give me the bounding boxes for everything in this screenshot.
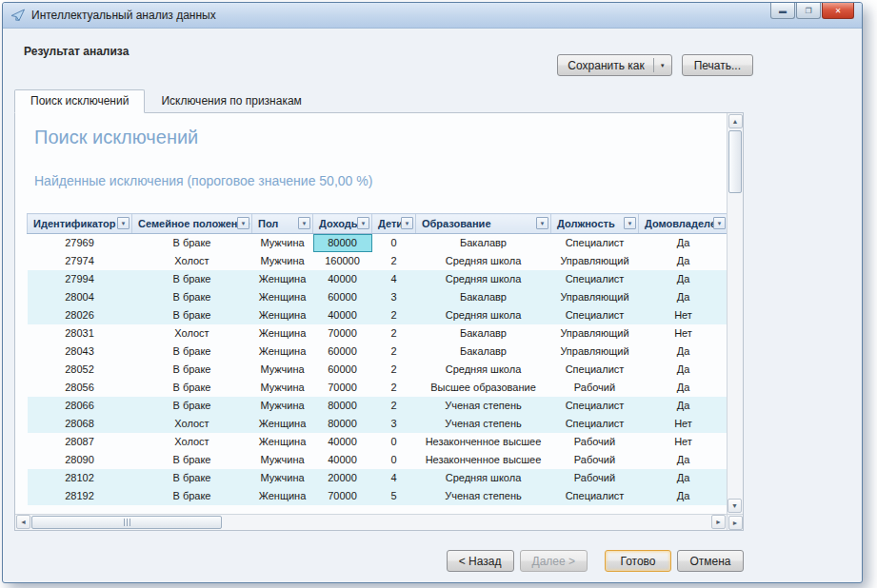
table-cell[interactable]: 28052 bbox=[28, 361, 132, 379]
exception-cell[interactable]: 5 bbox=[372, 487, 416, 505]
table-cell[interactable]: 2 bbox=[372, 379, 416, 397]
table-cell[interactable]: Мужчина bbox=[252, 451, 313, 469]
table-cell[interactable]: Незаконченное высшее bbox=[416, 433, 551, 451]
filter-dropdown-button[interactable]: ▼ bbox=[713, 217, 726, 229]
table-cell[interactable]: В браке bbox=[132, 306, 252, 324]
table-cell[interactable]: Женщина bbox=[252, 270, 313, 288]
table-cell[interactable]: Мужчина bbox=[252, 252, 313, 270]
exception-cell[interactable]: 20000 bbox=[313, 469, 372, 487]
table-cell[interactable]: Женщина bbox=[252, 324, 313, 343]
table-cell[interactable]: В браке bbox=[132, 451, 252, 469]
table-cell[interactable]: Управляющий bbox=[551, 252, 639, 270]
table-row[interactable]: 28056В бракеМужчина700002Высшее образова… bbox=[28, 379, 728, 397]
table-cell[interactable]: Нет bbox=[639, 433, 728, 451]
table-cell[interactable]: Да bbox=[639, 252, 728, 270]
back-button[interactable]: < Назад bbox=[447, 550, 514, 572]
table-cell[interactable]: Специалист bbox=[551, 487, 639, 505]
table-cell[interactable]: Холост bbox=[132, 433, 252, 451]
exception-cell[interactable]: 4 bbox=[372, 270, 416, 288]
table-cell[interactable]: Женщина bbox=[252, 306, 313, 324]
table-cell[interactable]: 60000 bbox=[313, 343, 372, 361]
tab-exceptions-by-attribute[interactable]: Исключения по признакам bbox=[145, 89, 317, 113]
table-cell[interactable]: 60000 bbox=[313, 288, 372, 306]
cancel-button[interactable]: Отмена bbox=[677, 550, 744, 572]
table-cell[interactable]: Бакалавр bbox=[416, 324, 551, 343]
table-cell[interactable]: Ученая степень bbox=[416, 415, 551, 433]
table-cell[interactable]: 28043 bbox=[28, 343, 132, 361]
table-cell[interactable]: Рабочий bbox=[551, 469, 639, 487]
table-cell[interactable]: Специалист bbox=[551, 361, 639, 379]
table-cell[interactable]: Женщина bbox=[252, 288, 313, 306]
table-cell[interactable]: 28026 bbox=[28, 306, 132, 324]
table-cell[interactable]: В браке bbox=[132, 288, 252, 306]
table-cell[interactable]: Специалист bbox=[551, 397, 639, 415]
scrollbar-corner[interactable]: ► bbox=[727, 514, 743, 530]
table-cell[interactable]: 28087 bbox=[28, 433, 132, 451]
table-cell[interactable]: 70000 bbox=[313, 324, 372, 343]
table-cell[interactable]: Да bbox=[639, 379, 728, 397]
table-cell[interactable]: В браке bbox=[132, 234, 252, 252]
table-cell[interactable]: Ученая степень bbox=[416, 487, 551, 505]
table-cell[interactable]: 2 bbox=[372, 324, 416, 343]
table-cell[interactable]: 160000 bbox=[313, 252, 372, 270]
table-cell[interactable]: 4 bbox=[372, 469, 416, 487]
table-cell[interactable]: 70000 bbox=[313, 379, 372, 397]
table-cell[interactable]: Женщина bbox=[252, 487, 313, 505]
table-cell[interactable]: Холост bbox=[132, 324, 252, 343]
table-row[interactable]: 28090В бракеМужчина400000Незаконченное в… bbox=[28, 451, 728, 469]
table-cell[interactable]: 70000 bbox=[313, 487, 372, 505]
table-cell[interactable]: Да bbox=[639, 469, 728, 487]
table-row[interactable]: 28066В бракеМужчина800002Ученая степеньС… bbox=[28, 397, 728, 415]
table-cell[interactable]: 40000 bbox=[313, 270, 372, 288]
table-cell[interactable]: Да bbox=[639, 234, 728, 252]
scroll-up-button[interactable]: ▲ bbox=[728, 114, 743, 128]
table-cell[interactable]: 2 bbox=[372, 361, 416, 379]
table-cell[interactable]: Нет bbox=[639, 306, 728, 324]
table-cell[interactable]: Средняя школа bbox=[416, 252, 551, 270]
table-cell[interactable]: Ученая степень bbox=[416, 397, 551, 415]
table-cell[interactable]: 27974 bbox=[28, 252, 132, 270]
horizontal-scrollbar[interactable]: ◄ ► bbox=[15, 514, 727, 530]
table-cell[interactable]: 2 bbox=[372, 306, 416, 324]
filter-dropdown-button[interactable]: ▼ bbox=[624, 217, 636, 229]
table-cell[interactable]: 2 bbox=[372, 252, 416, 270]
table-cell[interactable]: Мужчина bbox=[252, 361, 313, 379]
maximize-button[interactable]: ❐ bbox=[796, 3, 821, 19]
table-row[interactable]: 28192В бракеЖенщина700005Ученая степеньС… bbox=[28, 487, 728, 505]
filter-dropdown-button[interactable]: ▼ bbox=[536, 217, 548, 229]
table-cell[interactable]: Средняя школа bbox=[416, 270, 551, 288]
table-cell[interactable]: Нет bbox=[639, 415, 728, 433]
table-row[interactable]: 27974ХолостМужчина1600002Средняя школаУп… bbox=[28, 252, 728, 270]
exception-cell[interactable]: 3 bbox=[372, 288, 416, 306]
table-cell[interactable]: Женщина bbox=[252, 415, 313, 433]
table-cell[interactable]: 0 bbox=[372, 433, 416, 451]
table-cell[interactable]: Женщина bbox=[252, 343, 313, 361]
table-row[interactable]: 28043В бракеЖенщина600002БакалаврУправля… bbox=[28, 343, 728, 361]
table-cell[interactable]: 80000 bbox=[313, 415, 372, 433]
table-cell[interactable]: Да bbox=[639, 487, 728, 505]
save-as-dropdown-icon[interactable]: ▼ bbox=[660, 63, 666, 69]
close-button[interactable]: ✕ bbox=[822, 3, 854, 19]
table-cell[interactable]: Мужчина bbox=[252, 469, 313, 487]
table-cell[interactable]: В браке bbox=[132, 343, 252, 361]
corner-scroll-right-button[interactable]: ► bbox=[728, 516, 743, 530]
table-cell[interactable]: Рабочий bbox=[551, 379, 639, 397]
table-cell[interactable]: Мужчина bbox=[252, 397, 313, 415]
table-cell[interactable]: Управляющий bbox=[551, 343, 639, 361]
table-cell[interactable]: Рабочий bbox=[551, 433, 639, 451]
table-cell[interactable]: 27994 bbox=[28, 270, 132, 288]
print-button[interactable]: Печать... bbox=[682, 54, 753, 76]
table-cell[interactable]: Специалист bbox=[551, 415, 639, 433]
table-cell[interactable]: В браке bbox=[132, 379, 252, 397]
table-cell[interactable]: Да bbox=[639, 270, 728, 288]
table-cell[interactable]: Женщина bbox=[252, 433, 313, 451]
finish-button[interactable]: Готово bbox=[605, 550, 671, 572]
table-cell[interactable]: 28066 bbox=[28, 397, 132, 415]
exception-cell[interactable]: 80000 bbox=[313, 234, 372, 252]
exception-cell[interactable]: 2 bbox=[372, 397, 416, 415]
filter-dropdown-button[interactable]: ▼ bbox=[237, 217, 249, 229]
table-cell[interactable]: Мужчина bbox=[252, 379, 313, 397]
table-row[interactable]: 28052В бракеМужчина600002Средняя школаСп… bbox=[28, 361, 728, 379]
table-cell[interactable]: 40000 bbox=[313, 433, 372, 451]
tab-outlier-search[interactable]: Поиск исключений bbox=[14, 89, 145, 113]
